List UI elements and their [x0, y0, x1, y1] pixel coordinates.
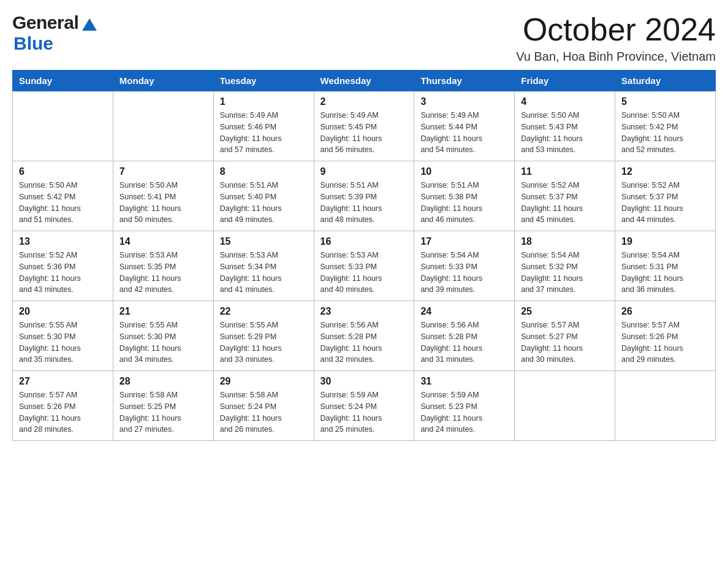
calendar-cell: 29Sunrise: 5:58 AM Sunset: 5:24 PM Dayli…: [213, 371, 314, 441]
calendar-week-row: 20Sunrise: 5:55 AM Sunset: 5:30 PM Dayli…: [13, 301, 716, 371]
day-info: Sunrise: 5:59 AM Sunset: 5:23 PM Dayligh…: [420, 389, 508, 435]
day-number: 31: [420, 376, 508, 387]
day-info: Sunrise: 5:55 AM Sunset: 5:30 PM Dayligh…: [19, 320, 107, 366]
calendar-cell: 28Sunrise: 5:58 AM Sunset: 5:25 PM Dayli…: [113, 371, 213, 441]
calendar-cell: 23Sunrise: 5:56 AM Sunset: 5:28 PM Dayli…: [314, 301, 414, 371]
day-info: Sunrise: 5:57 AM Sunset: 5:26 PM Dayligh…: [19, 389, 107, 435]
calendar-cell: 13Sunrise: 5:52 AM Sunset: 5:36 PM Dayli…: [13, 231, 113, 301]
calendar-cell: 15Sunrise: 5:53 AM Sunset: 5:34 PM Dayli…: [213, 231, 314, 301]
calendar-cell: 31Sunrise: 5:59 AM Sunset: 5:23 PM Dayli…: [414, 371, 515, 441]
day-info: Sunrise: 5:56 AM Sunset: 5:28 PM Dayligh…: [320, 320, 408, 366]
calendar-cell: 21Sunrise: 5:55 AM Sunset: 5:30 PM Dayli…: [113, 301, 213, 371]
day-number: 21: [119, 306, 207, 317]
calendar-cell: 20Sunrise: 5:55 AM Sunset: 5:30 PM Dayli…: [13, 301, 113, 371]
day-number: 17: [420, 236, 508, 247]
day-info: Sunrise: 5:50 AM Sunset: 5:42 PM Dayligh…: [621, 110, 709, 156]
logo-blue: Blue: [13, 33, 53, 54]
day-number: 15: [220, 236, 308, 247]
day-info: Sunrise: 5:53 AM Sunset: 5:35 PM Dayligh…: [119, 250, 207, 296]
day-of-week-header: Monday: [113, 71, 213, 91]
calendar-cell: 14Sunrise: 5:53 AM Sunset: 5:35 PM Dayli…: [113, 231, 213, 301]
day-info: Sunrise: 5:58 AM Sunset: 5:24 PM Dayligh…: [220, 389, 308, 435]
page-header: General Blue October 2024 Vu Ban, Hoa Bi…: [12, 12, 716, 64]
calendar-cell: [515, 371, 615, 441]
day-of-week-header: Saturday: [615, 71, 716, 91]
day-number: 11: [521, 166, 609, 177]
day-info: Sunrise: 5:50 AM Sunset: 5:43 PM Dayligh…: [521, 110, 609, 156]
day-number: 18: [521, 236, 609, 247]
day-info: Sunrise: 5:54 AM Sunset: 5:33 PM Dayligh…: [420, 250, 508, 296]
day-info: Sunrise: 5:49 AM Sunset: 5:46 PM Dayligh…: [220, 110, 308, 156]
day-number: 22: [220, 306, 308, 317]
calendar-cell: 1Sunrise: 5:49 AM Sunset: 5:46 PM Daylig…: [213, 91, 314, 161]
calendar-cell: 18Sunrise: 5:54 AM Sunset: 5:32 PM Dayli…: [515, 231, 615, 301]
calendar-cell: 25Sunrise: 5:57 AM Sunset: 5:27 PM Dayli…: [515, 301, 615, 371]
day-number: 9: [320, 166, 408, 177]
calendar-cell: 7Sunrise: 5:50 AM Sunset: 5:41 PM Daylig…: [113, 161, 213, 231]
calendar-cell: [13, 91, 113, 161]
calendar-week-row: 27Sunrise: 5:57 AM Sunset: 5:26 PM Dayli…: [13, 371, 716, 441]
day-number: 7: [119, 166, 207, 177]
day-of-week-header: Wednesday: [314, 71, 414, 91]
day-info: Sunrise: 5:55 AM Sunset: 5:29 PM Dayligh…: [220, 320, 308, 366]
day-number: 23: [320, 306, 408, 317]
day-info: Sunrise: 5:54 AM Sunset: 5:31 PM Dayligh…: [621, 250, 709, 296]
day-number: 24: [420, 306, 508, 317]
calendar-week-row: 13Sunrise: 5:52 AM Sunset: 5:36 PM Dayli…: [13, 231, 716, 301]
day-number: 16: [320, 236, 408, 247]
day-number: 27: [19, 376, 107, 387]
calendar-table: SundayMondayTuesdayWednesdayThursdayFrid…: [12, 70, 716, 441]
day-number: 29: [220, 376, 308, 387]
day-number: 19: [621, 236, 709, 247]
day-info: Sunrise: 5:49 AM Sunset: 5:44 PM Dayligh…: [420, 110, 508, 156]
day-info: Sunrise: 5:52 AM Sunset: 5:37 PM Dayligh…: [521, 180, 609, 226]
calendar-cell: 27Sunrise: 5:57 AM Sunset: 5:26 PM Dayli…: [13, 371, 113, 441]
day-info: Sunrise: 5:56 AM Sunset: 5:28 PM Dayligh…: [420, 320, 508, 366]
day-of-week-header: Sunday: [13, 71, 113, 91]
day-number: 5: [621, 96, 709, 107]
day-info: Sunrise: 5:57 AM Sunset: 5:27 PM Dayligh…: [521, 320, 609, 366]
day-number: 25: [521, 306, 609, 317]
day-info: Sunrise: 5:54 AM Sunset: 5:32 PM Dayligh…: [521, 250, 609, 296]
calendar-cell: 2Sunrise: 5:49 AM Sunset: 5:45 PM Daylig…: [314, 91, 414, 161]
day-of-week-header: Tuesday: [213, 71, 314, 91]
day-number: 10: [420, 166, 508, 177]
day-number: 6: [19, 166, 107, 177]
calendar-cell: 4Sunrise: 5:50 AM Sunset: 5:43 PM Daylig…: [515, 91, 615, 161]
day-info: Sunrise: 5:49 AM Sunset: 5:45 PM Dayligh…: [320, 110, 408, 156]
day-info: Sunrise: 5:52 AM Sunset: 5:37 PM Dayligh…: [621, 180, 709, 226]
day-info: Sunrise: 5:50 AM Sunset: 5:42 PM Dayligh…: [19, 180, 107, 226]
day-info: Sunrise: 5:52 AM Sunset: 5:36 PM Dayligh…: [19, 250, 107, 296]
day-info: Sunrise: 5:53 AM Sunset: 5:34 PM Dayligh…: [220, 250, 308, 296]
calendar-cell: 9Sunrise: 5:51 AM Sunset: 5:39 PM Daylig…: [314, 161, 414, 231]
calendar-cell: 16Sunrise: 5:53 AM Sunset: 5:33 PM Dayli…: [314, 231, 414, 301]
day-of-week-header: Friday: [515, 71, 615, 91]
day-info: Sunrise: 5:53 AM Sunset: 5:33 PM Dayligh…: [320, 250, 408, 296]
day-number: 28: [119, 376, 207, 387]
calendar-header-row: SundayMondayTuesdayWednesdayThursdayFrid…: [13, 71, 716, 91]
day-info: Sunrise: 5:59 AM Sunset: 5:24 PM Dayligh…: [320, 389, 408, 435]
calendar-cell: 22Sunrise: 5:55 AM Sunset: 5:29 PM Dayli…: [213, 301, 314, 371]
calendar-cell: 17Sunrise: 5:54 AM Sunset: 5:33 PM Dayli…: [414, 231, 515, 301]
calendar-cell: 6Sunrise: 5:50 AM Sunset: 5:42 PM Daylig…: [13, 161, 113, 231]
title-section: October 2024 Vu Ban, Hoa Binh Province, …: [516, 12, 716, 64]
day-number: 14: [119, 236, 207, 247]
calendar-cell: [113, 91, 213, 161]
day-number: 8: [220, 166, 308, 177]
day-of-week-header: Thursday: [414, 71, 515, 91]
calendar-cell: 3Sunrise: 5:49 AM Sunset: 5:44 PM Daylig…: [414, 91, 515, 161]
day-number: 13: [19, 236, 107, 247]
day-info: Sunrise: 5:51 AM Sunset: 5:39 PM Dayligh…: [320, 180, 408, 226]
calendar-cell: 5Sunrise: 5:50 AM Sunset: 5:42 PM Daylig…: [615, 91, 716, 161]
day-number: 4: [521, 96, 609, 107]
logo-general: General: [12, 12, 78, 33]
calendar-cell: [615, 371, 716, 441]
logo: General Blue: [12, 12, 99, 54]
day-info: Sunrise: 5:51 AM Sunset: 5:40 PM Dayligh…: [220, 180, 308, 226]
day-info: Sunrise: 5:55 AM Sunset: 5:30 PM Dayligh…: [119, 320, 207, 366]
calendar-cell: 24Sunrise: 5:56 AM Sunset: 5:28 PM Dayli…: [414, 301, 515, 371]
day-info: Sunrise: 5:57 AM Sunset: 5:26 PM Dayligh…: [621, 320, 709, 366]
day-number: 3: [420, 96, 508, 107]
calendar-cell: 12Sunrise: 5:52 AM Sunset: 5:37 PM Dayli…: [615, 161, 716, 231]
location: Vu Ban, Hoa Binh Province, Vietnam: [516, 50, 716, 64]
